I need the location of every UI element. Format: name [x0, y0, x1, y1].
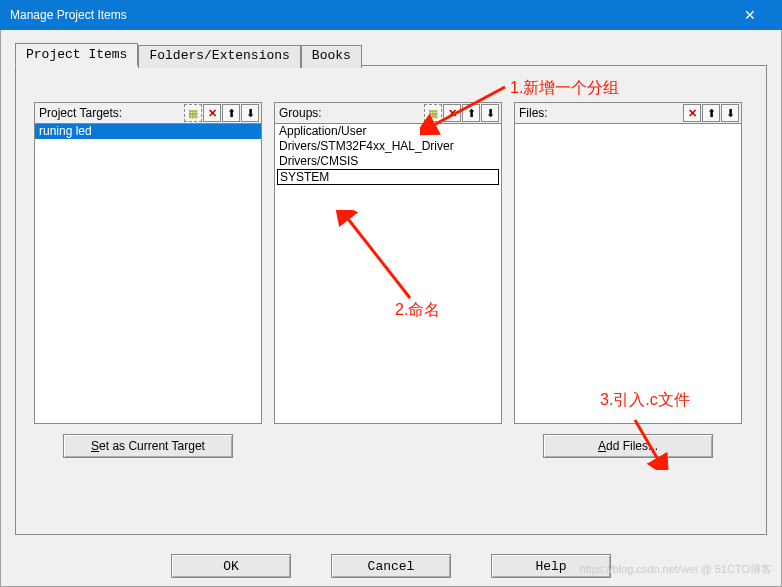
groups-list[interactable]: Application/User Drivers/STM32F4xx_HAL_D… — [274, 124, 502, 424]
files-header-label: Files: — [519, 106, 682, 120]
files-movedown-button[interactable]: ⬇ — [721, 104, 739, 122]
tab-folders-extensions[interactable]: Folders/Extensions — [138, 45, 300, 68]
targets-movedown-button[interactable]: ⬇ — [241, 104, 259, 122]
list-item[interactable]: Application/User — [275, 124, 501, 139]
groups-moveup-button[interactable]: ⬆ — [462, 104, 480, 122]
files-moveup-button[interactable]: ⬆ — [702, 104, 720, 122]
group-name-input[interactable] — [277, 169, 499, 185]
groups-column: Groups: ▦ ✕ ⬆ ⬇ Application/User Drivers… — [274, 102, 502, 458]
list-item[interactable]: Drivers/CMSIS — [275, 154, 501, 169]
files-delete-button[interactable]: ✕ — [683, 104, 701, 122]
group-edit-item — [277, 169, 499, 185]
files-list[interactable] — [514, 124, 742, 424]
add-files-button[interactable]: Add Files... — [543, 434, 713, 458]
targets-delete-button[interactable]: ✕ — [203, 104, 221, 122]
targets-header-label: Project Targets: — [39, 106, 183, 120]
files-header: Files: ✕ ⬆ ⬇ — [514, 102, 742, 124]
groups-movedown-button[interactable]: ⬇ — [481, 104, 499, 122]
list-item[interactable]: Drivers/STM32F4xx_HAL_Driver — [275, 139, 501, 154]
cancel-button[interactable]: Cancel — [331, 554, 451, 578]
targets-list[interactable]: runing led — [34, 124, 262, 424]
tab-books[interactable]: Books — [301, 45, 362, 68]
close-icon[interactable]: ✕ — [728, 0, 772, 30]
targets-column: Project Targets: ▦ ✕ ⬆ ⬇ runing led Set … — [34, 102, 262, 458]
client-area: Project Items Folders/Extensions Books P… — [0, 30, 782, 587]
files-column: Files: ✕ ⬆ ⬇ Add Files... — [514, 102, 742, 458]
targets-moveup-button[interactable]: ⬆ — [222, 104, 240, 122]
groups-header-label: Groups: — [279, 106, 423, 120]
tab-bar: Project Items Folders/Extensions Books — [15, 43, 767, 66]
tab-project-items[interactable]: Project Items — [15, 43, 138, 66]
watermark: https://blog.csdn.net/wei @ 51CTO博客 — [579, 562, 772, 577]
tab-panel: Project Targets: ▦ ✕ ⬆ ⬇ runing led Set … — [15, 65, 767, 535]
groups-header: Groups: ▦ ✕ ⬆ ⬇ — [274, 102, 502, 124]
ok-button[interactable]: OK — [171, 554, 291, 578]
groups-new-button[interactable]: ▦ — [424, 104, 442, 122]
set-current-target-button[interactable]: Set as Current Target — [63, 434, 233, 458]
list-item[interactable]: runing led — [35, 124, 261, 139]
targets-header: Project Targets: ▦ ✕ ⬆ ⬇ — [34, 102, 262, 124]
titlebar: Manage Project Items ✕ — [0, 0, 782, 30]
groups-delete-button[interactable]: ✕ — [443, 104, 461, 122]
targets-new-button[interactable]: ▦ — [184, 104, 202, 122]
window-title: Manage Project Items — [10, 8, 728, 22]
